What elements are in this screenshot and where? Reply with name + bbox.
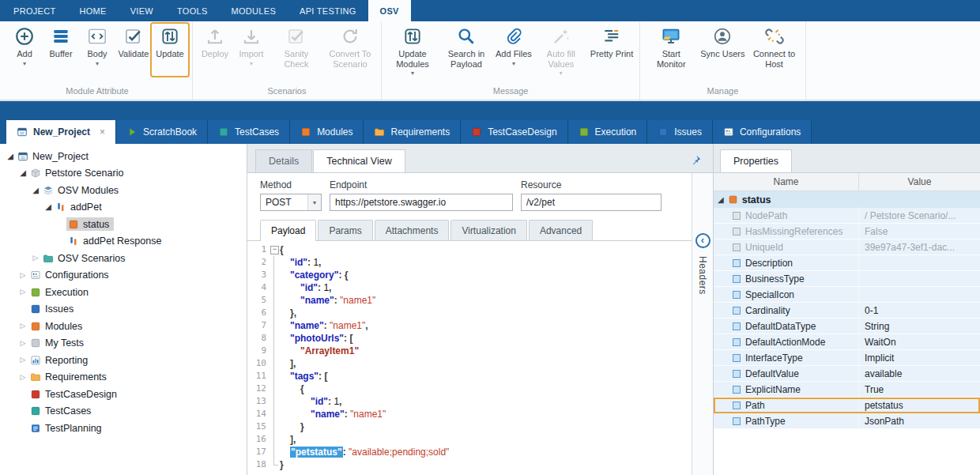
code-line[interactable]: 10], <box>247 357 692 370</box>
sanity-check-button[interactable]: Sanity Check <box>270 24 323 76</box>
pin-icon[interactable] <box>690 154 702 166</box>
tree-item-osv-scenarios[interactable]: ▷OSV Scenarios <box>0 250 247 267</box>
property-row-defaultvalue[interactable]: DefaultValueavailable <box>714 366 980 382</box>
menu-item-tools[interactable]: TOOLS <box>165 0 220 21</box>
tab-payload[interactable]: Payload <box>260 220 316 240</box>
deploy-button[interactable]: Deploy <box>197 24 233 76</box>
tree-item-addpet[interactable]: ◢addPet <box>0 199 247 217</box>
code-editor[interactable]: 1{2"id": 1,3"category": {4"id": 1,5"name… <box>247 241 692 475</box>
tab-properties[interactable]: Properties <box>720 149 792 172</box>
add-button[interactable]: Add▾ <box>6 24 43 76</box>
menu-item-view[interactable]: VIEW <box>119 0 165 21</box>
update-modules-button[interactable]: Update Modules▾ <box>386 24 439 78</box>
menu-item-home[interactable]: HOME <box>67 0 118 21</box>
property-row-businesstype[interactable]: BusinessType <box>714 271 980 287</box>
code-line[interactable]: 5"name": "name1" <box>247 294 692 307</box>
connect-to-host-button[interactable]: Connect to Host <box>748 24 801 76</box>
menu-item-api-testing[interactable]: API TESTING <box>288 0 368 21</box>
tree-item-requirements[interactable]: ▷Requirements <box>0 369 247 386</box>
expander-closed-icon[interactable]: ▷ <box>17 374 28 381</box>
code-line[interactable]: 4"id": 1, <box>247 281 692 294</box>
tab-testcasedesign[interactable]: TestCaseDesign <box>461 120 567 144</box>
sync-users-button[interactable]: Sync Users <box>698 24 747 76</box>
expander-open-icon[interactable]: ◢ <box>30 187 41 194</box>
pretty-print-button[interactable]: Pretty Print <box>588 24 635 76</box>
code-line[interactable]: 9"ArrayItem1" <box>247 345 692 357</box>
code-line[interactable]: 16], <box>247 433 692 446</box>
tree-item-my-tests[interactable]: ▷My Tests <box>0 335 247 352</box>
method-select[interactable]: POST ▾ <box>260 194 322 211</box>
tab-execution[interactable]: Execution <box>568 120 648 144</box>
expander-closed-icon[interactable]: ▷ <box>17 356 28 364</box>
property-row-path[interactable]: Pathpetstatus <box>714 398 980 413</box>
validate-button[interactable]: Validate <box>115 24 152 76</box>
start-monitor-button[interactable]: Start Monitor <box>644 24 698 76</box>
property-row-hasmissingreferences[interactable]: HasMissingReferencesFalse <box>714 224 980 239</box>
expander-open-icon[interactable]: ◢ <box>43 203 54 211</box>
add-files-button[interactable]: Add Files▾ <box>493 24 534 76</box>
tab-modules[interactable]: Modules <box>290 120 364 144</box>
expander-open-icon[interactable]: ◢ <box>718 196 724 204</box>
tree-item-status[interactable]: status <box>0 216 247 233</box>
convert-to-scenario-button[interactable]: Convert To Scenario <box>323 24 377 76</box>
tab-new-project[interactable]: New_Project× <box>6 120 116 144</box>
property-row-pathtype[interactable]: PathTypeJsonPath <box>714 413 980 429</box>
expander-closed-icon[interactable]: ▷ <box>17 322 28 330</box>
tree-item-osv-modules[interactable]: ◢OSV Modules <box>0 182 247 199</box>
tree-item-issues[interactable]: Issues <box>0 301 247 319</box>
tree-item-modules[interactable]: ▷Modules <box>0 318 247 335</box>
tab-details[interactable]: Details <box>255 149 312 172</box>
code-line[interactable]: 3"category": { <box>247 269 692 281</box>
property-row-description[interactable]: Description <box>714 255 980 271</box>
tree-item-execution[interactable]: ▷Execution <box>0 284 247 301</box>
property-root-row[interactable]: ◢ status <box>714 191 980 208</box>
code-line[interactable]: 11"tags": [ <box>247 370 692 383</box>
tree-item-testplanning[interactable]: TestPlanning <box>0 420 247 437</box>
property-row-cardinality[interactable]: Cardinality0-1 <box>714 303 980 319</box>
property-row-nodepath[interactable]: NodePath/ Petstore Scenario/... <box>714 208 980 224</box>
code-line[interactable]: 17"petstatus": "available;pending;sold" <box>247 446 692 458</box>
auto-fill-values-button[interactable]: Auto fill Values▾ <box>534 24 588 78</box>
code-line[interactable]: 2"id": 1, <box>247 256 692 269</box>
tab-scratchbook[interactable]: ScratchBook <box>116 120 208 144</box>
headers-tab[interactable]: Headers <box>697 256 708 295</box>
tab-params[interactable]: Params <box>318 220 372 240</box>
endpoint-input[interactable] <box>330 194 513 211</box>
tab-technical-view[interactable]: Technical View <box>313 149 405 172</box>
tree-item-new-project[interactable]: ◢New_Project <box>0 148 247 165</box>
tab-virtualization[interactable]: Virtualization <box>450 220 526 240</box>
code-line[interactable]: 13"id": 1, <box>247 395 692 408</box>
tab-testcases[interactable]: TestCases <box>208 120 290 144</box>
chevron-down-icon[interactable]: ▾ <box>307 194 321 210</box>
buffer-button[interactable]: Buffer <box>43 24 79 76</box>
tab-issues[interactable]: Issues <box>647 120 713 144</box>
expander-closed-icon[interactable]: ▷ <box>17 272 28 279</box>
code-line[interactable]: 8"photoUrls": [ <box>247 332 692 345</box>
close-icon[interactable]: × <box>100 126 105 138</box>
tree-item-testcasedesign[interactable]: TestCaseDesign <box>0 386 247 403</box>
resource-input[interactable] <box>521 194 662 211</box>
expander-open-icon[interactable]: ◢ <box>5 153 16 160</box>
import-button[interactable]: Import▾ <box>233 24 270 76</box>
code-line[interactable]: 18} <box>247 458 692 471</box>
tab-advanced[interactable]: Advanced <box>529 220 593 240</box>
property-row-uniqueid[interactable]: UniqueId39e97a47-3ef1-dac... <box>714 239 980 255</box>
code-line[interactable]: 6}, <box>247 307 692 319</box>
tree-item-configurations[interactable]: ▷Configurations <box>0 267 247 285</box>
tab-configurations[interactable]: Configurations <box>713 120 812 144</box>
property-row-specialicon[interactable]: SpecialIcon <box>714 287 980 303</box>
menu-item-project[interactable]: PROJECT <box>2 0 67 21</box>
menu-item-osv[interactable]: OSV <box>368 0 411 21</box>
search-in-payload-button[interactable]: Search in Payload <box>439 24 493 76</box>
update-button[interactable]: Update <box>152 24 188 76</box>
code-line[interactable]: 1{ <box>247 243 692 256</box>
body-button[interactable]: Body▾ <box>79 24 115 76</box>
property-row-defaultdatatype[interactable]: DefaultDataTypeString <box>714 319 980 334</box>
menu-item-modules[interactable]: MODULES <box>220 0 288 21</box>
property-row-explicitname[interactable]: ExplicitNameTrue <box>714 382 980 398</box>
code-line[interactable]: 12{ <box>247 383 692 395</box>
tree-item-reporting[interactable]: ▷Reporting <box>0 352 247 369</box>
tree-item-addpet-response[interactable]: addPet Response <box>0 233 247 251</box>
expander-closed-icon[interactable]: ▷ <box>17 288 28 296</box>
code-line[interactable]: 15} <box>247 420 692 433</box>
